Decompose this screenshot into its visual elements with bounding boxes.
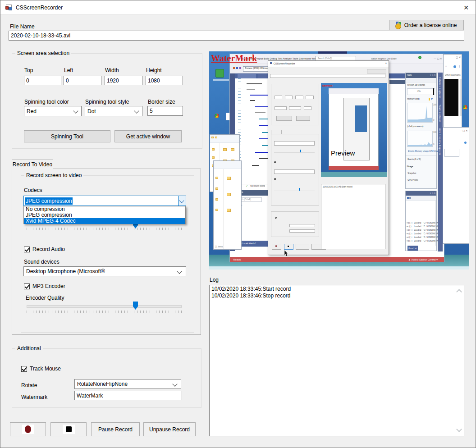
diagnostic-panel: Tools ▾ ⊐ ✕ session 25 seconds 25s Memor…: [405, 73, 437, 189]
nested-mini-ticks: [274, 152, 315, 153]
nested-mini-combo: [275, 106, 287, 110]
spinning-tool-button[interactable]: Spinning Tool: [24, 130, 110, 142]
nested-title: CSScreenRecorder: [274, 62, 295, 65]
explorer-titlebar: [214, 161, 241, 169]
file-name-input[interactable]: [9, 31, 464, 41]
browser-scrollbar: [460, 79, 462, 116]
nested-filename-input: [270, 74, 385, 78]
unpause-record-button[interactable]: Unpause Record: [143, 422, 196, 436]
vs-issues-text: No issues found: [250, 185, 265, 187]
codecs-dropdown-button[interactable]: [178, 196, 186, 206]
nested-preview: WaterMark: [321, 83, 387, 178]
nested-mini-input: [275, 96, 283, 99]
diag-timeline: [407, 88, 435, 95]
small-window: – ▢ ✕: [443, 127, 469, 244]
nested-record-group: [271, 134, 319, 206]
nested-mini-combo: [289, 224, 315, 228]
order-license-button[interactable]: Order a license online: [389, 20, 464, 30]
code-line: [252, 165, 259, 166]
get-active-window-button[interactable]: Get active window: [114, 130, 182, 142]
mp3-encoder-checkbox[interactable]: [24, 283, 30, 289]
star-icon: ☆: [445, 65, 447, 68]
pause-record-button[interactable]: Pause Record: [91, 422, 140, 436]
check-icon: [24, 247, 29, 252]
spinning-color-value: Red: [27, 108, 37, 114]
log-line: 10/02/2020 18:33:46:Stop record: [210, 293, 464, 299]
vs-subpanel-header: [389, 80, 404, 84]
bookmarks-text: Other bookmarks: [445, 74, 461, 77]
get-active-window-label: Get active window: [126, 133, 170, 140]
browser-window-glyphs: ▢ ✕: [456, 56, 461, 59]
close-button[interactable]: ✕: [459, 3, 473, 13]
scroll-down-icon[interactable]: [456, 426, 462, 432]
encoder-quality-slider-track[interactable]: [27, 305, 182, 308]
sound-devices-combo[interactable]: Desktop Microphone (Microsoft®: [23, 266, 186, 276]
border-size-input[interactable]: [147, 106, 183, 116]
start-record-button[interactable]: [10, 422, 46, 436]
explorer-window: 21 items: [213, 160, 241, 250]
diag-cpu-zero: 0: [433, 143, 435, 146]
diag-mem-max: 180: [433, 104, 437, 106]
spinning-style-combo[interactable]: Dot: [85, 106, 142, 116]
chevron-down-icon: [179, 198, 184, 203]
nested-app-window: CSScreenRecorder ✕: [268, 60, 389, 255]
small-window-dot: [464, 142, 467, 144]
nested-license-button: [367, 69, 386, 73]
additional-group-title: Additional: [15, 345, 43, 352]
codecs-dropdown-list: No compression JPEG compression Xvid MPE…: [23, 206, 186, 224]
top-input[interactable]: [24, 76, 61, 85]
diag-memory-dot-blue: [431, 98, 433, 100]
spinning-style-value: Dot: [87, 108, 96, 114]
track-mouse-checkbox[interactable]: [21, 366, 27, 372]
record-audio-checkbox[interactable]: [24, 247, 30, 252]
chrome-icon: [215, 114, 219, 118]
medal-icon: [395, 23, 401, 29]
check-icon: [24, 283, 29, 289]
tab-solution-explorer: Solution Explorer: [439, 77, 441, 98]
nested-screen-area-group: [271, 84, 319, 125]
codecs-combo[interactable]: JPEG compression: [23, 196, 186, 206]
stop-record-button[interactable]: [50, 422, 87, 436]
code-line: [250, 100, 255, 101]
app-icon-blue-square: [9, 7, 12, 10]
tab-record-to-video[interactable]: Record To Video: [12, 160, 53, 169]
border-size-label: Border size: [148, 99, 175, 105]
folder-icon: [215, 187, 218, 190]
rotate-combo[interactable]: RotateNoneFlipNone: [74, 379, 181, 389]
width-input[interactable]: [105, 76, 142, 85]
log-textarea[interactable]: 10/02/2020 18:33:45:Start record 10/02/2…: [209, 285, 464, 436]
folder-icon: [227, 193, 231, 196]
video-black-rect: [444, 79, 458, 116]
chevron-down-icon: [177, 269, 182, 274]
nested-vs-mini-header: [329, 88, 379, 94]
check-icon: [22, 366, 27, 371]
diag-row: Snapshot: [407, 172, 416, 175]
diag-row: Events (0 of 0): [407, 158, 421, 161]
watermark-input[interactable]: [74, 391, 182, 400]
nested-mini-input: [295, 96, 303, 99]
folder-icon: [223, 148, 227, 151]
preview-label: Preview: [331, 149, 355, 157]
folder-icon: [215, 198, 218, 201]
left-input[interactable]: [64, 76, 101, 85]
folder-icon: [212, 156, 215, 159]
folder-icon: [215, 177, 218, 179]
top-label: Top: [24, 67, 33, 74]
height-input[interactable]: [146, 76, 183, 85]
vs-search-text: Search (Ctrl+Q): [318, 57, 332, 60]
window-title: CSScreenRecorder: [16, 5, 63, 11]
diag-mem-zero: 0: [433, 119, 435, 122]
unpause-record-label: Unpause Record: [149, 426, 190, 433]
spinning-color-combo[interactable]: Red: [24, 106, 82, 116]
codec-option-xvid[interactable]: Xvid MPEG-4 Codec: [24, 218, 185, 224]
chrome-icon: [463, 105, 467, 110]
nested-mini-combo: [274, 169, 315, 174]
nested-log-box: 10/02/2020 18:33:45:Start record: [321, 184, 385, 249]
diag-memory-dot-gold: [429, 98, 430, 101]
folder-icon: [212, 148, 215, 151]
record-icon-bg: [22, 425, 34, 434]
chevron-down-icon: [172, 381, 177, 386]
browser-window: ▢ ✕ ☆ ⋮ Other bookmarks: [443, 54, 462, 129]
check-icon: ✔: [246, 185, 248, 187]
memory-area-series: [407, 103, 432, 122]
